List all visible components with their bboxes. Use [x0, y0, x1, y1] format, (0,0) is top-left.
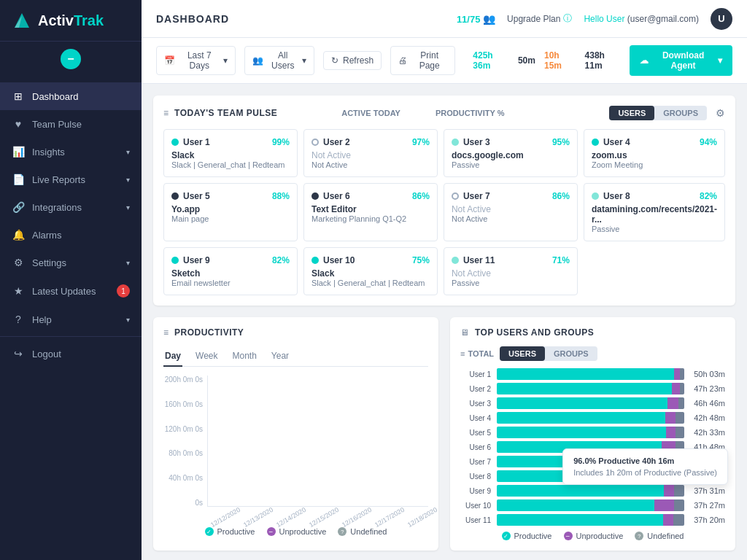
pulse-app: docs.google.com: [452, 150, 570, 160]
chart-xlabel: 12/17/2020: [374, 506, 406, 529]
productivity-label: PRODUCTIVITY %: [436, 109, 505, 117]
download-agent-button[interactable]: ☁ Download Agent ▾: [630, 45, 732, 76]
card-header-right: USERS GROUPS ⚙: [609, 106, 725, 120]
top-groups-tab[interactable]: GROUPS: [545, 346, 597, 361]
pulse-user-name: User 6: [323, 191, 350, 201]
user-label: User 3: [460, 400, 491, 408]
pulse-detail: Not Active: [311, 160, 430, 169]
pulse-card-header: User 9 82%: [171, 255, 290, 265]
calendar-icon: 📅: [164, 55, 175, 66]
chevron-down-icon: ▾: [126, 203, 130, 211]
pulse-user-name: User 8: [603, 191, 630, 201]
pulse-detail: Slack | General_chat | Redteam: [171, 160, 290, 169]
user-label: User 9: [460, 487, 491, 495]
print-button[interactable]: 🖨 Print Page: [390, 46, 455, 75]
pulse-card: User 9 82% Sketch Email newsletter: [163, 247, 298, 295]
pulse-user-name: User 11: [463, 255, 495, 265]
pulse-detail: Passive: [592, 225, 717, 233]
user-time: 37h 20m: [690, 516, 725, 524]
check-icon: ✓: [205, 527, 214, 536]
user-bar: [497, 499, 684, 511]
top-users-header: 🖥 TOP USERS AND GROUPS: [460, 327, 725, 338]
pulse-user: User 3: [452, 137, 490, 147]
pulse-card-header: User 11 71%: [452, 255, 570, 265]
sidebar-item-alarms[interactable]: 🔔 Alarms: [0, 221, 142, 249]
user-bar: [497, 368, 684, 380]
user-label: User 2: [460, 385, 491, 393]
pulse-user-name: User 2: [323, 137, 350, 147]
chart-xlabels: 12/12/202012/13/202012/14/202012/15/2020…: [207, 513, 428, 521]
grid-icon: ⊞: [12, 90, 25, 102]
pulse-pct: 95%: [552, 137, 570, 147]
pulse-card-header: User 5 88%: [171, 191, 290, 201]
user-row: User 10 37h 27m: [460, 499, 725, 511]
users-filter-button[interactable]: 👥 All Users ▾: [244, 46, 314, 75]
users-tab[interactable]: USERS: [609, 106, 654, 120]
sidebar-item-logout[interactable]: ↪ Logout: [0, 340, 142, 368]
pulse-user-name: User 1: [183, 137, 210, 147]
bottom-row: ≡ PRODUCTIVITY Day Week Month Year 200h …: [153, 317, 735, 551]
dot-inactive-icon: [311, 139, 319, 146]
user-time: 50h 03m: [690, 370, 725, 378]
sidebar-item-dashboard[interactable]: ⊞ Dashboard: [0, 82, 142, 110]
pulse-pct: 82%: [272, 255, 290, 265]
user-avatar[interactable]: U: [711, 8, 732, 30]
settings-icon[interactable]: ⚙: [716, 107, 725, 119]
bell-icon: 🔔: [12, 229, 25, 241]
groups-tab[interactable]: GROUPS: [654, 106, 707, 120]
sidebar-item-help[interactable]: ? Help ▾: [0, 306, 142, 333]
chart-xlabel: 12/18/2020: [406, 506, 438, 529]
card-header: ≡ TODAY'S TEAM PULSE ACTIVE TODAY PRODUC…: [163, 106, 725, 120]
pulse-card: User 7 86% Not Active Not Active: [444, 183, 578, 241]
chart-legend: ✓ Productive − Unproductive ? Undefined: [163, 527, 428, 536]
pulse-app: Slack: [171, 150, 290, 160]
users-count: 11/75 👥: [457, 13, 495, 25]
monitor-icon: 🖥: [460, 327, 469, 338]
sidebar-item-integrations[interactable]: 🔗 Integrations ▾: [0, 193, 142, 221]
top-users-card: 🖥 TOP USERS AND GROUPS ≡ TOTAL USERS GRO…: [450, 317, 735, 551]
pulse-pct: 86%: [412, 191, 430, 201]
pulse-user-name: User 9: [183, 255, 210, 265]
legend-productive: ✓ Productive: [205, 527, 255, 536]
file-icon: 📄: [12, 174, 25, 185]
cloud-icon: ☁: [640, 55, 649, 66]
link-icon: 🔗: [12, 201, 25, 213]
pulse-user: User 9: [171, 255, 210, 265]
pulse-user: User 7: [452, 191, 490, 201]
active-today-label: ACTIVE TODAY: [341, 109, 400, 117]
date-range-button[interactable]: 📅 Last 7 Days ▾: [156, 46, 236, 75]
upgrade-link[interactable]: Upgrade Plan ⓘ: [507, 12, 572, 25]
refresh-button[interactable]: ↻ Refresh: [323, 51, 382, 70]
pulse-card-header: User 7 86%: [452, 191, 570, 201]
chart-tab-year[interactable]: Year: [270, 346, 290, 367]
user-greeting: Hello User (user@gmail.com): [584, 14, 699, 24]
top-users-tab[interactable]: USERS: [500, 346, 545, 361]
pulse-user: User 2: [311, 137, 350, 147]
chart-xlabel: 12/13/2020: [242, 506, 274, 529]
chevron-down-icon: ▾: [126, 176, 130, 184]
users-list: User 1 50h 03m User 2 47h 23m User 3 46h…: [460, 368, 725, 526]
sidebar-item-live-reports[interactable]: 📄 Live Reports ▾: [0, 166, 142, 193]
pulse-detail: Slack | General_chat | Redteam: [311, 279, 430, 287]
pulse-inactive: Not Active: [452, 268, 570, 279]
sidebar-item-settings[interactable]: ⚙ Settings ▾: [0, 249, 142, 276]
pulse-pct: 94%: [700, 137, 717, 147]
chart-icon: 📊: [12, 146, 25, 158]
chart-tab-week[interactable]: Week: [194, 346, 219, 367]
pulse-card-header: User 3 95%: [452, 137, 570, 147]
content-area: ≡ TODAY'S TEAM PULSE ACTIVE TODAY PRODUC…: [142, 84, 747, 560]
chart-tab-month[interactable]: Month: [231, 346, 258, 367]
undefined-label: Undefined: [350, 527, 387, 536]
pulse-card: User 3 95% docs.google.com Passive: [444, 129, 578, 177]
refresh-icon: ↻: [331, 55, 338, 66]
bar-productive: [497, 485, 664, 497]
sidebar-item-insights[interactable]: 📊 Insights ▾: [0, 138, 142, 166]
question-icon: ?: [12, 314, 25, 325]
pulse-detail: Passive: [452, 160, 570, 169]
chart-tab-day[interactable]: Day: [163, 346, 182, 367]
user-row: User 4 42h 48m: [460, 412, 725, 424]
sidebar-item-team-pulse[interactable]: ♥ Team Pulse: [0, 110, 142, 138]
sidebar-item-latest-updates[interactable]: ★ Latest Updates 1: [0, 276, 142, 306]
user-bar: [497, 383, 684, 394]
collapse-button[interactable]: −: [61, 49, 81, 69]
